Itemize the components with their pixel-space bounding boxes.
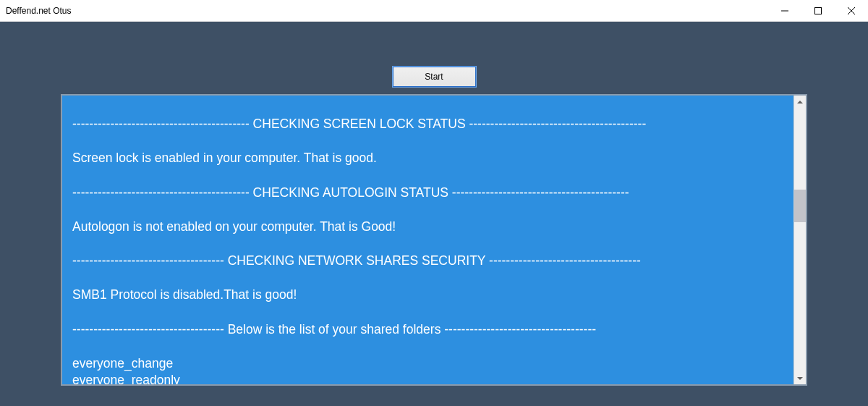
- output-text: ----------------------------------------…: [62, 96, 793, 384]
- start-button[interactable]: Start: [393, 67, 476, 87]
- svg-marker-4: [797, 101, 803, 103]
- scroll-thumb[interactable]: [794, 190, 806, 222]
- app-body: Start ----------------------------------…: [0, 22, 868, 406]
- window-controls: [768, 0, 868, 21]
- output-panel: ----------------------------------------…: [61, 94, 807, 386]
- maximize-button[interactable]: [801, 0, 835, 21]
- vertical-scrollbar[interactable]: [793, 96, 806, 384]
- output-line: ----------------------------------------…: [72, 117, 646, 131]
- output-line: ------------------------------------ Bel…: [72, 322, 596, 337]
- output-line: Autologon is not enabled on your compute…: [72, 219, 396, 234]
- minimize-button[interactable]: [768, 0, 801, 21]
- scroll-up-arrow-icon[interactable]: [794, 96, 806, 108]
- output-line: everyone_readonly: [72, 373, 180, 384]
- output-line: everyone_change: [72, 356, 173, 371]
- window-title: Deffend.net Otus: [6, 6, 72, 16]
- output-line: ------------------------------------ CHE…: [72, 253, 641, 268]
- svg-rect-1: [815, 7, 822, 14]
- output-line: SMB1 Protocol is disabled.That is good!: [72, 287, 297, 302]
- output-line: Screen lock is enabled in your computer.…: [72, 151, 377, 165]
- window-titlebar: Deffend.net Otus: [0, 0, 868, 22]
- close-button[interactable]: [835, 0, 868, 21]
- svg-marker-5: [797, 377, 803, 380]
- scroll-down-arrow-icon[interactable]: [794, 372, 806, 384]
- output-line: ----------------------------------------…: [72, 185, 629, 200]
